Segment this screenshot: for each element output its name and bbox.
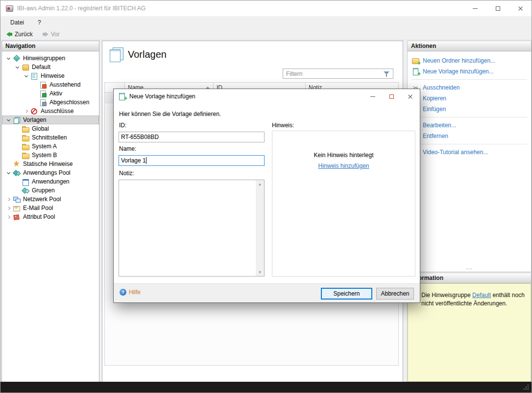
- tree-indent: [2, 76, 22, 76]
- dialog-close-button[interactable]: [401, 90, 419, 103]
- forward-button[interactable]: Vor: [41, 30, 62, 39]
- folder-icon: [22, 152, 29, 159]
- minimize-icon: [473, 8, 478, 9]
- expander-spacer: [30, 84, 39, 86]
- maximize-button[interactable]: [486, 0, 509, 16]
- tree-item-default[interactable]: Default: [2, 63, 99, 71]
- action-new-template[interactable]: Neue Vorlage hinzufügen...: [408, 66, 531, 77]
- tree-label: E-Mail Pool: [23, 205, 53, 211]
- tree-indent: [2, 138, 13, 138]
- back-button[interactable]: Zurück: [4, 30, 35, 39]
- cancel-button[interactable]: Abbrechen: [376, 288, 414, 300]
- tree-label: Netzwerk Pool: [23, 196, 61, 203]
- help-link[interactable]: Hilfe: [120, 289, 141, 296]
- id-field[interactable]: RT-655B08BD: [119, 132, 265, 142]
- filter-input[interactable]: [283, 69, 381, 78]
- expander-spacer: [13, 137, 22, 139]
- expander-closed-icon[interactable]: [4, 198, 13, 201]
- tree-item-e-mail-pool[interactable]: E-Mail Pool: [2, 204, 99, 212]
- tree-item-system-b[interactable]: System B: [2, 151, 99, 160]
- tree-item-vorlagen[interactable]: Vorlagen: [2, 116, 99, 124]
- action-label: Einfügen: [423, 106, 446, 113]
- expander-open-icon[interactable]: [4, 58, 13, 59]
- expander-closed-icon[interactable]: [4, 207, 13, 209]
- network-icon: [13, 196, 21, 203]
- tree-label: Anwendungen: [32, 178, 70, 185]
- actions-separator: [411, 79, 527, 80]
- tree-item-statische-hinweise[interactable]: Statische Hinweise: [2, 160, 99, 168]
- name-field[interactable]: Vorlage 1: [119, 155, 265, 166]
- forward-label: Vor: [51, 31, 60, 38]
- expander-closed-icon[interactable]: [22, 110, 30, 113]
- tree-label: Abgeschlossen: [49, 99, 89, 106]
- tree-item-attribut-pool[interactable]: Attribut Pool: [2, 212, 99, 221]
- action-label: Bearbeiten...: [423, 122, 456, 129]
- forward-arrow-icon: [43, 32, 48, 37]
- notiz-label: Notiz:: [119, 170, 134, 177]
- tree-item-schnittstellen[interactable]: Schnittstellen: [2, 133, 99, 142]
- menu-datei[interactable]: Datei: [8, 18, 26, 27]
- expander-open-icon[interactable]: [4, 119, 13, 121]
- navigation-header: Navigation: [2, 41, 99, 51]
- hinweis-add-link[interactable]: Hinweis hinzufügen: [318, 162, 369, 169]
- dialog-minimize-button[interactable]: [363, 90, 382, 103]
- tree-label: Global: [32, 125, 49, 132]
- tree-item-aktiv[interactable]: Aktiv: [2, 89, 99, 98]
- titlebar: IBI-aws Admin 1.22.0 - registriert für I…: [0, 0, 532, 16]
- notiz-textarea[interactable]: ▲ ▼: [119, 180, 265, 277]
- action-edit[interactable]: Bearbeiten...: [408, 120, 531, 131]
- expander-open-icon[interactable]: [22, 75, 30, 77]
- tree-item-netzwerk-pool[interactable]: Netzwerk Pool: [2, 195, 99, 204]
- action-remove[interactable]: Entfernen: [408, 131, 531, 141]
- notiz-scrollbar[interactable]: ▲ ▼: [256, 180, 264, 276]
- dialog-maximize-button[interactable]: [382, 90, 401, 103]
- text-caret: [146, 157, 146, 164]
- dialog-footer: Hilfe Speichern Abbrechen: [114, 283, 420, 302]
- information-message: Die Hinweisgruppe Default enthält noch n…: [408, 283, 531, 382]
- static-star-icon: [13, 161, 21, 167]
- resize-grip[interactable]: [523, 384, 529, 390]
- expander-open-icon[interactable]: [13, 67, 22, 68]
- filter-funnel-icon[interactable]: [384, 71, 390, 77]
- tree-item-system-a[interactable]: System A: [2, 142, 99, 151]
- scroll-down-icon[interactable]: ▼: [256, 268, 264, 276]
- maximize-icon: [389, 94, 394, 99]
- tree-label: Ausschlüsse: [41, 108, 73, 115]
- tree-item-abgeschlossen[interactable]: Abgeschlossen: [2, 98, 99, 107]
- groups-diamond-icon: [22, 187, 29, 194]
- dialog-new-template-icon: [118, 92, 126, 100]
- tree-item-ausschluesse[interactable]: Ausschlüsse: [2, 107, 99, 116]
- name-value: Vorlage 1: [121, 157, 146, 164]
- tree-item-anwendungs-pool[interactable]: Anwendungs Pool: [2, 168, 99, 177]
- exclusion-icon: [30, 108, 38, 115]
- tree-item-ausstehend[interactable]: Ausstehend: [2, 80, 99, 89]
- actions-overflow: ...: [408, 264, 531, 271]
- default-group-link[interactable]: Default: [472, 292, 491, 299]
- expander-closed-icon[interactable]: [4, 216, 13, 218]
- tree-label: System A: [32, 143, 57, 150]
- expander-spacer: [13, 128, 22, 130]
- expander-spacer: [30, 101, 39, 104]
- action-cut[interactable]: Ausschneiden: [408, 82, 531, 93]
- action-copy[interactable]: Kopieren: [408, 93, 531, 104]
- information-panel: Information Die Hinweisgruppe Default en…: [407, 273, 532, 382]
- action-paste[interactable]: Einfügen: [408, 104, 531, 115]
- tree-item-hinweisgruppen[interactable]: Hinweisgruppen: [2, 54, 99, 63]
- tree-label: Anwendungs Pool: [23, 169, 71, 176]
- save-button[interactable]: Speichern: [321, 288, 372, 300]
- tree-item-global[interactable]: Global: [2, 124, 99, 133]
- close-button[interactable]: [509, 0, 532, 16]
- tree-label: Ausstehend: [49, 81, 80, 88]
- tree-item-hinweise[interactable]: Hinweise: [2, 71, 99, 80]
- minimize-button[interactable]: [464, 0, 486, 16]
- new-template-icon: [411, 68, 420, 75]
- actions-separator: [411, 117, 527, 117]
- action-new-folder[interactable]: Neuen Ordner hinzufügen...: [408, 55, 531, 66]
- tree-item-anwendungen[interactable]: Anwendungen: [2, 177, 99, 186]
- tree-item-gruppen[interactable]: Gruppen: [2, 186, 99, 195]
- menu-help[interactable]: ?: [36, 18, 43, 27]
- action-video-tutorial[interactable]: Video-Tutorial ansehen...: [408, 147, 531, 158]
- id-value: RT-655B08BD: [121, 134, 159, 140]
- scroll-up-icon[interactable]: ▲: [256, 180, 264, 188]
- expander-open-icon[interactable]: [4, 172, 13, 174]
